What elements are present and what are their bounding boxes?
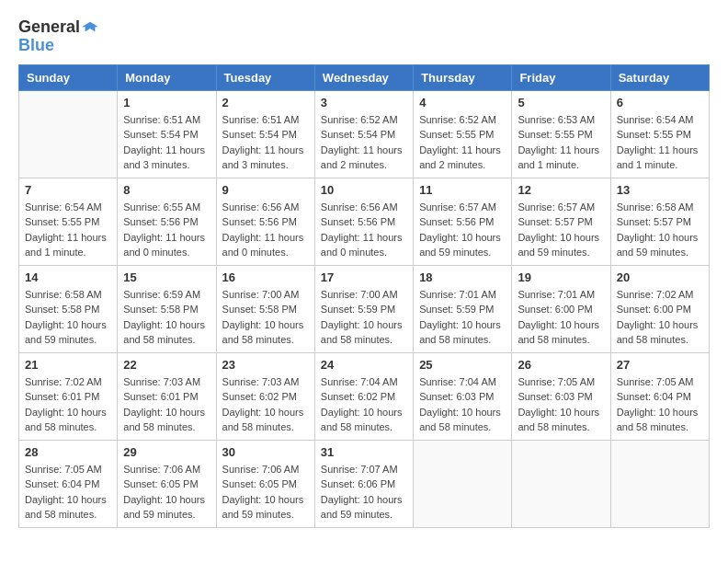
- day-number: 7: [25, 183, 111, 197]
- calendar-cell: 19Sunrise: 7:01 AM Sunset: 6:00 PM Dayli…: [512, 265, 610, 352]
- day-number: 11: [419, 183, 506, 197]
- day-detail: Sunrise: 6:58 AM Sunset: 5:57 PM Dayligh…: [617, 200, 703, 260]
- calendar-cell: 4Sunrise: 6:52 AM Sunset: 5:55 PM Daylig…: [414, 90, 512, 178]
- day-detail: Sunrise: 6:54 AM Sunset: 5:55 PM Dayligh…: [617, 112, 703, 173]
- day-detail: Sunrise: 6:59 AM Sunset: 5:58 PM Dayligh…: [123, 287, 210, 348]
- day-detail: Sunrise: 6:52 AM Sunset: 5:55 PM Dayligh…: [419, 112, 506, 173]
- logo-text: General Blue: [18, 18, 98, 55]
- logo-general: General: [18, 17, 80, 36]
- day-number: 28: [25, 445, 111, 459]
- day-detail: Sunrise: 7:01 AM Sunset: 6:00 PM Dayligh…: [518, 287, 604, 348]
- day-number: 27: [617, 358, 703, 372]
- calendar-cell: 3Sunrise: 6:52 AM Sunset: 5:54 PM Daylig…: [314, 90, 413, 178]
- calendar-week-row: 14Sunrise: 6:58 AM Sunset: 5:58 PM Dayli…: [19, 265, 710, 352]
- day-detail: Sunrise: 6:51 AM Sunset: 5:54 PM Dayligh…: [123, 112, 210, 173]
- day-detail: Sunrise: 6:57 AM Sunset: 5:57 PM Dayligh…: [518, 200, 604, 260]
- calendar-week-row: 28Sunrise: 7:05 AM Sunset: 6:04 PM Dayli…: [19, 440, 710, 527]
- calendar-week-row: 21Sunrise: 7:02 AM Sunset: 6:01 PM Dayli…: [19, 352, 710, 440]
- day-number: 19: [518, 270, 604, 284]
- day-detail: Sunrise: 7:04 AM Sunset: 6:03 PM Dayligh…: [419, 374, 506, 435]
- day-detail: Sunrise: 7:05 AM Sunset: 6:03 PM Dayligh…: [518, 374, 604, 435]
- calendar-cell: 8Sunrise: 6:55 AM Sunset: 5:56 PM Daylig…: [118, 178, 216, 265]
- day-number: 16: [222, 270, 309, 284]
- day-number: 30: [222, 445, 309, 459]
- calendar-cell: 30Sunrise: 7:06 AM Sunset: 6:05 PM Dayli…: [216, 440, 314, 527]
- day-detail: Sunrise: 6:54 AM Sunset: 5:55 PM Dayligh…: [25, 200, 111, 260]
- day-detail: Sunrise: 7:04 AM Sunset: 6:02 PM Dayligh…: [321, 374, 407, 435]
- day-detail: Sunrise: 7:07 AM Sunset: 6:06 PM Dayligh…: [321, 462, 407, 523]
- calendar-cell: 24Sunrise: 7:04 AM Sunset: 6:02 PM Dayli…: [314, 352, 413, 440]
- day-number: 22: [123, 358, 210, 372]
- calendar-cell: 28Sunrise: 7:05 AM Sunset: 6:04 PM Dayli…: [19, 440, 118, 527]
- calendar-cell: 18Sunrise: 7:01 AM Sunset: 5:59 PM Dayli…: [414, 265, 512, 352]
- day-detail: Sunrise: 6:51 AM Sunset: 5:54 PM Dayligh…: [222, 112, 309, 173]
- calendar-cell: 11Sunrise: 6:57 AM Sunset: 5:56 PM Dayli…: [414, 178, 512, 265]
- calendar-week-row: 7Sunrise: 6:54 AM Sunset: 5:55 PM Daylig…: [19, 178, 710, 265]
- logo-blue: Blue: [18, 36, 54, 54]
- calendar-cell: 26Sunrise: 7:05 AM Sunset: 6:03 PM Dayli…: [512, 352, 610, 440]
- day-number: 17: [321, 270, 407, 284]
- day-number: 14: [25, 270, 111, 284]
- calendar-cell: 31Sunrise: 7:07 AM Sunset: 6:06 PM Dayli…: [314, 440, 413, 527]
- day-detail: Sunrise: 7:00 AM Sunset: 5:59 PM Dayligh…: [321, 287, 407, 348]
- weekday-header: Monday: [118, 64, 216, 90]
- calendar-cell: 14Sunrise: 6:58 AM Sunset: 5:58 PM Dayli…: [19, 265, 118, 352]
- day-number: 4: [419, 96, 506, 109]
- weekday-header: Wednesday: [314, 64, 413, 90]
- calendar-cell: 6Sunrise: 6:54 AM Sunset: 5:55 PM Daylig…: [610, 90, 709, 178]
- weekday-header: Sunday: [19, 64, 118, 90]
- calendar-header: SundayMondayTuesdayWednesdayThursdayFrid…: [19, 64, 710, 90]
- day-number: 2: [222, 96, 309, 109]
- day-number: 21: [25, 358, 111, 372]
- day-number: 26: [518, 358, 604, 372]
- header: General Blue: [18, 18, 710, 55]
- day-number: 18: [419, 270, 506, 284]
- calendar-week-row: 1Sunrise: 6:51 AM Sunset: 5:54 PM Daylig…: [19, 90, 710, 178]
- day-number: 3: [321, 96, 407, 109]
- day-detail: Sunrise: 7:03 AM Sunset: 6:02 PM Dayligh…: [222, 374, 309, 435]
- day-detail: Sunrise: 6:56 AM Sunset: 5:56 PM Dayligh…: [222, 200, 309, 260]
- calendar-cell: 20Sunrise: 7:02 AM Sunset: 6:00 PM Dayli…: [610, 265, 709, 352]
- day-detail: Sunrise: 7:06 AM Sunset: 6:05 PM Dayligh…: [222, 462, 309, 523]
- day-number: 8: [123, 183, 210, 197]
- day-number: 31: [321, 445, 407, 459]
- day-number: 23: [222, 358, 309, 372]
- day-number: 9: [222, 183, 309, 197]
- weekday-header: Saturday: [610, 64, 709, 90]
- calendar-cell: 17Sunrise: 7:00 AM Sunset: 5:59 PM Dayli…: [314, 265, 413, 352]
- weekday-header: Friday: [512, 64, 610, 90]
- calendar-cell: 1Sunrise: 6:51 AM Sunset: 5:54 PM Daylig…: [118, 90, 216, 178]
- day-number: 15: [123, 270, 210, 284]
- day-detail: Sunrise: 6:57 AM Sunset: 5:56 PM Dayligh…: [419, 200, 506, 260]
- calendar-cell: 10Sunrise: 6:56 AM Sunset: 5:56 PM Dayli…: [314, 178, 413, 265]
- day-detail: Sunrise: 6:58 AM Sunset: 5:58 PM Dayligh…: [25, 287, 111, 348]
- calendar-cell: 12Sunrise: 6:57 AM Sunset: 5:57 PM Dayli…: [512, 178, 610, 265]
- calendar-cell: 13Sunrise: 6:58 AM Sunset: 5:57 PM Dayli…: [610, 178, 709, 265]
- calendar-cell: 21Sunrise: 7:02 AM Sunset: 6:01 PM Dayli…: [19, 352, 118, 440]
- calendar-cell: [19, 90, 118, 178]
- calendar-cell: [414, 440, 512, 527]
- day-number: 24: [321, 358, 407, 372]
- calendar-cell: 9Sunrise: 6:56 AM Sunset: 5:56 PM Daylig…: [216, 178, 314, 265]
- svg-marker-0: [82, 22, 98, 32]
- weekday-header: Thursday: [414, 64, 512, 90]
- calendar-cell: [512, 440, 610, 527]
- calendar-table: SundayMondayTuesdayWednesdayThursdayFrid…: [18, 64, 710, 528]
- day-number: 29: [123, 445, 210, 459]
- calendar-cell: [610, 440, 709, 527]
- day-number: 10: [321, 183, 407, 197]
- day-detail: Sunrise: 7:00 AM Sunset: 5:58 PM Dayligh…: [222, 287, 309, 348]
- day-detail: Sunrise: 6:52 AM Sunset: 5:54 PM Dayligh…: [321, 112, 407, 173]
- calendar-cell: 2Sunrise: 6:51 AM Sunset: 5:54 PM Daylig…: [216, 90, 314, 178]
- weekday-header: Tuesday: [216, 64, 314, 90]
- weekday-row: SundayMondayTuesdayWednesdayThursdayFrid…: [19, 64, 710, 90]
- day-detail: Sunrise: 7:05 AM Sunset: 6:04 PM Dayligh…: [617, 374, 703, 435]
- calendar-body: 1Sunrise: 6:51 AM Sunset: 5:54 PM Daylig…: [19, 90, 710, 527]
- day-number: 1: [123, 96, 210, 109]
- day-number: 5: [518, 96, 604, 109]
- day-detail: Sunrise: 7:01 AM Sunset: 5:59 PM Dayligh…: [419, 287, 506, 348]
- calendar-cell: 29Sunrise: 7:06 AM Sunset: 6:05 PM Dayli…: [118, 440, 216, 527]
- day-detail: Sunrise: 6:56 AM Sunset: 5:56 PM Dayligh…: [321, 200, 407, 260]
- logo-bird-icon: [82, 20, 98, 37]
- logo: General Blue: [18, 18, 98, 55]
